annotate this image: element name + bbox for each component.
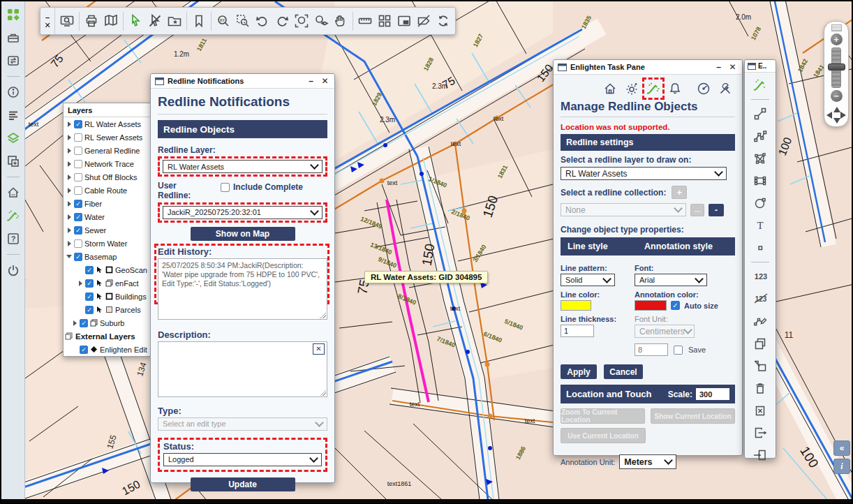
layer-checkbox[interactable] (74, 147, 82, 155)
tab-annotation-style[interactable]: Annotation style (644, 242, 713, 251)
draw-circle-icon[interactable] (752, 195, 769, 212)
toolbar-minimize-button[interactable]: – (45, 14, 50, 21)
layer-checkbox[interactable] (74, 239, 82, 248)
show-on-map-button[interactable]: Show on Map (191, 227, 295, 241)
layers-icon[interactable] (6, 131, 21, 146)
info-button[interactable]: i (833, 459, 850, 474)
pan-up-icon[interactable] (833, 107, 840, 112)
layer-checkbox[interactable]: ✓ (74, 200, 82, 208)
use-current-location-button[interactable]: Use Current Location (561, 428, 646, 443)
previous-extent-icon[interactable] (253, 11, 272, 31)
pan-icon[interactable] (331, 11, 350, 31)
draw-layer-select[interactable]: RL Water Assets (561, 167, 727, 180)
apply-button[interactable]: Apply (561, 364, 597, 379)
home-icon[interactable] (602, 80, 618, 97)
pan-left-icon[interactable] (826, 112, 832, 119)
layer-item[interactable]: RL Sewer Assets (64, 131, 150, 144)
layer-checkbox[interactable]: ✓ (74, 226, 82, 235)
map-book-icon[interactable] (101, 11, 121, 31)
edit-vertices-icon[interactable] (752, 313, 769, 329)
redline-icon[interactable] (752, 77, 769, 94)
layer-item[interactable]: ✓GeoScan (64, 263, 150, 276)
layer-checkbox[interactable] (74, 133, 82, 142)
toolbar-close-button[interactable]: ✕ (44, 22, 50, 29)
power-icon[interactable] (6, 262, 21, 278)
grid-icon[interactable] (375, 11, 394, 31)
delete-icon[interactable] (752, 380, 769, 396)
zoom-to-selection-icon[interactable] (311, 11, 331, 31)
saved-extents-icon[interactable] (165, 11, 184, 31)
home-icon[interactable] (6, 185, 21, 200)
close-button[interactable]: ✕ (320, 76, 330, 87)
zoom-out-button[interactable]: − (831, 90, 843, 102)
move-icon[interactable] (752, 357, 769, 374)
layer-item[interactable]: ✓Buildings (64, 290, 150, 303)
expand-icon[interactable] (68, 161, 71, 167)
scale-input[interactable]: 300 (696, 388, 729, 400)
include-complete-checkbox[interactable] (221, 183, 230, 192)
layer-item[interactable]: ✓Parcels (64, 303, 150, 316)
draw-polyline-icon[interactable] (752, 128, 769, 144)
print-icon[interactable] (82, 11, 101, 31)
expand-icon[interactable] (68, 241, 71, 246)
layer-item[interactable]: ✓Suburb (64, 316, 150, 329)
layer-checkbox[interactable]: ✓ (74, 213, 82, 221)
draw-polygon-icon[interactable] (752, 150, 769, 167)
measure-icon[interactable] (355, 11, 375, 31)
layer-checkbox[interactable]: ✓ (85, 279, 94, 288)
type-select[interactable]: Select an edit type (158, 417, 327, 431)
legend-icon[interactable] (6, 108, 21, 123)
user-redline-select[interactable]: JackiR_20250725:20:32:01 (163, 206, 322, 219)
remove-collection-button[interactable]: - (709, 204, 724, 216)
redline-icon[interactable] (645, 80, 662, 97)
expand-icon[interactable] (68, 228, 71, 233)
resize-handle-icon[interactable] (320, 312, 326, 318)
add-collection-button[interactable]: + (672, 186, 687, 199)
bookmarks-icon[interactable] (189, 11, 209, 31)
zoom-window-icon[interactable] (233, 11, 253, 31)
export-icon[interactable] (752, 424, 769, 441)
select-pointer-icon[interactable] (126, 11, 145, 31)
toolbox-icon[interactable] (6, 30, 21, 45)
auto-size-checkbox[interactable]: ✓ (671, 301, 680, 310)
info-icon[interactable] (6, 84, 21, 100)
hide-labels-icon[interactable] (414, 11, 433, 31)
line-color-swatch[interactable] (561, 300, 591, 311)
layer-item[interactable]: ✓Water (64, 210, 150, 223)
expand-icon[interactable] (79, 281, 82, 286)
expand-icon[interactable] (68, 188, 71, 193)
save-checkbox[interactable] (674, 346, 683, 355)
layer-checkbox[interactable] (74, 186, 82, 195)
layer-item[interactable]: General Redline (64, 144, 150, 157)
zoom-slider[interactable] (831, 47, 841, 88)
import-icon[interactable] (752, 447, 769, 464)
font-select[interactable]: Arial (635, 274, 707, 286)
swap-icon[interactable] (6, 53, 21, 68)
draw-line-icon[interactable] (752, 105, 769, 122)
layer-item[interactable]: ✓Basemap (64, 250, 150, 263)
layer-item[interactable]: ✓Sewer (64, 223, 150, 237)
expand-icon[interactable] (73, 320, 77, 326)
font-unit-select[interactable]: Centimeters (635, 325, 695, 338)
draw-text-icon[interactable]: T (752, 217, 769, 234)
expand-icon[interactable] (68, 121, 71, 127)
layer-item[interactable]: ✓Fiber (64, 197, 150, 210)
cancel-button[interactable]: Cancel (604, 364, 643, 379)
dashboard-icon[interactable] (695, 80, 712, 97)
next-extent-icon[interactable] (272, 11, 292, 31)
pan-pad[interactable] (826, 106, 847, 124)
line-pattern-select[interactable]: Solid (561, 274, 615, 286)
layer-checkbox[interactable]: ✓ (80, 319, 88, 327)
collapse-panel-button[interactable]: « (833, 440, 850, 456)
layer-checkbox[interactable]: ✓ (85, 306, 94, 314)
refresh-icon[interactable] (433, 11, 453, 31)
layer-checkbox[interactable]: ✓ (85, 266, 94, 274)
expand-icon[interactable] (66, 255, 72, 258)
line-thickness-input[interactable]: 1 (561, 325, 594, 337)
help-icon[interactable]: ? (6, 231, 21, 246)
font-size-input[interactable]: 8 (635, 343, 668, 356)
close-button[interactable]: ✕ (727, 62, 738, 73)
numbers-icon[interactable]: 123 (752, 268, 769, 285)
layer-checkbox[interactable] (74, 160, 82, 168)
expand-icon[interactable] (68, 148, 71, 154)
